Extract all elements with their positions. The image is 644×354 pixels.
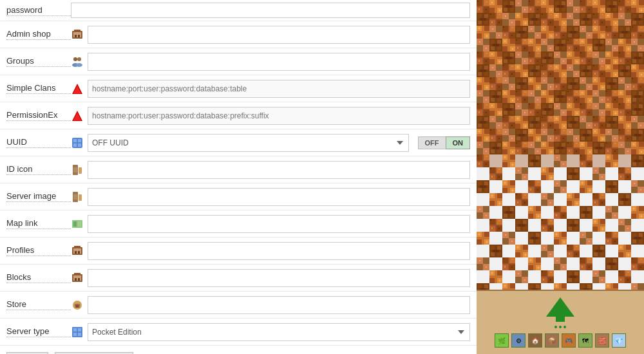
arrow-dot	[559, 326, 562, 328]
uuid-row: UUID OFF UUID ON UUID OFF ON	[0, 129, 477, 156]
svg-rect-262	[580, 206, 592, 219]
svg-rect-32	[74, 246, 80, 248]
svg-rect-252	[489, 193, 502, 206]
admin-shop-input[interactable]: shop	[88, 26, 470, 44]
profiles-input[interactable]: /home/n18458/public_html/cmsminecraftsho…	[88, 242, 470, 260]
svg-rect-191	[631, 103, 644, 116]
svg-rect-101	[477, 26, 489, 39]
svg-rect-45	[78, 333, 81, 336]
svg-rect-80	[541, 0, 554, 13]
svg-rect-215	[605, 129, 618, 142]
svg-rect-103	[502, 26, 515, 39]
id-icon-input[interactable]: pocket	[88, 161, 470, 179]
svg-rect-260	[528, 206, 541, 219]
id-icon-row: ID icon pocket	[0, 156, 477, 183]
server-type-icon	[71, 326, 84, 339]
svg-rect-190	[618, 103, 631, 116]
svg-rect-176	[605, 90, 618, 103]
svg-rect-120	[554, 39, 567, 51]
svg-rect-271	[477, 232, 489, 245]
svg-rect-183	[528, 103, 541, 116]
store-icon	[71, 299, 84, 312]
uuid-toggle-on[interactable]: ON	[446, 136, 471, 149]
blocks-row: Blocks ./style/images/items/	[0, 265, 477, 292]
map-link-input[interactable]: /map/mc.vpn.by-25565/	[88, 215, 470, 233]
svg-rect-265	[489, 219, 502, 232]
permission-ex-row: PermissionEx	[0, 102, 477, 129]
simple-clans-icon	[71, 82, 84, 95]
svg-rect-253	[515, 193, 528, 206]
svg-rect-179	[477, 103, 489, 116]
svg-rect-31	[78, 251, 80, 254]
svg-rect-267	[541, 219, 554, 232]
svg-rect-132	[541, 51, 554, 64]
svg-rect-195	[515, 116, 528, 129]
id-icon-icon	[71, 163, 84, 176]
svg-rect-281	[567, 245, 580, 257]
simple-clans-input[interactable]	[88, 80, 470, 98]
blocks-input[interactable]: ./style/images/items/	[88, 269, 470, 287]
svg-rect-238	[631, 154, 644, 167]
svg-rect-279	[515, 245, 528, 257]
permission-ex-input[interactable]	[88, 107, 470, 125]
svg-rect-226	[580, 142, 592, 154]
svg-rect-283	[618, 245, 631, 257]
store-field: store	[71, 296, 470, 314]
arrow-dot	[554, 326, 557, 328]
svg-rect-100	[631, 13, 644, 26]
svg-rect-19	[73, 167, 77, 172]
uuid-toggle-off[interactable]: OFF	[418, 136, 446, 149]
svg-rect-95	[567, 13, 580, 26]
svg-rect-178	[631, 90, 644, 103]
svg-rect-258	[477, 206, 489, 219]
server-image-field: tablet.png	[71, 188, 470, 206]
svg-rect-78	[515, 0, 528, 13]
svg-rect-159	[554, 77, 567, 90]
svg-rect-287	[554, 257, 567, 270]
password-input[interactable]	[71, 3, 470, 18]
server-type-select[interactable]: Pocket Edition Java Edition	[88, 323, 470, 341]
svg-rect-111	[605, 26, 618, 39]
arrow-dots	[554, 326, 566, 328]
svg-rect-290	[631, 257, 644, 270]
svg-rect-205	[477, 129, 489, 142]
svg-rect-243	[592, 167, 605, 180]
svg-rect-196	[528, 116, 541, 129]
svg-rect-186	[567, 103, 580, 116]
store-input[interactable]: store	[88, 296, 470, 314]
svg-rect-165	[631, 77, 644, 90]
svg-rect-96	[580, 13, 592, 26]
svg-rect-110	[592, 26, 605, 39]
svg-rect-296	[618, 270, 631, 283]
svg-rect-236	[580, 154, 592, 167]
mini-icon-6: 🗺	[578, 333, 592, 348]
upload-arrow-container	[546, 297, 574, 328]
svg-rect-208	[515, 129, 528, 142]
svg-rect-277	[631, 232, 644, 245]
svg-rect-219	[489, 142, 502, 154]
uuid-select[interactable]: OFF UUID ON UUID	[88, 134, 409, 152]
svg-rect-167	[489, 90, 502, 103]
svg-rect-84	[592, 0, 605, 13]
svg-rect-268	[567, 219, 580, 232]
svg-rect-259	[502, 206, 515, 219]
svg-rect-135	[580, 51, 592, 64]
svg-rect-133	[554, 51, 567, 64]
server-image-input[interactable]: tablet.png	[88, 188, 470, 206]
svg-rect-168	[502, 90, 515, 103]
svg-rect-79	[528, 0, 541, 13]
svg-rect-225	[567, 142, 580, 154]
groups-row: Groups 1,2,3,4,5,6,7,8,9	[0, 48, 477, 75]
svg-rect-152	[631, 64, 644, 77]
svg-rect-230	[631, 142, 644, 154]
svg-rect-206	[489, 129, 502, 142]
svg-rect-86	[618, 0, 631, 13]
mini-icon-1: 🌿	[495, 333, 509, 348]
groups-input[interactable]: 1,2,3,4,5,6,7,8,9	[88, 53, 470, 71]
profiles-row: Profiles /home/n18458/public_html/cmsmin…	[0, 238, 477, 265]
simple-clans-label: Simple Clans	[6, 83, 71, 94]
svg-rect-119	[541, 39, 554, 51]
profiles-field: /home/n18458/public_html/cmsminecraftsho…	[71, 242, 470, 260]
svg-rect-181	[502, 103, 515, 116]
svg-rect-202	[605, 116, 618, 129]
